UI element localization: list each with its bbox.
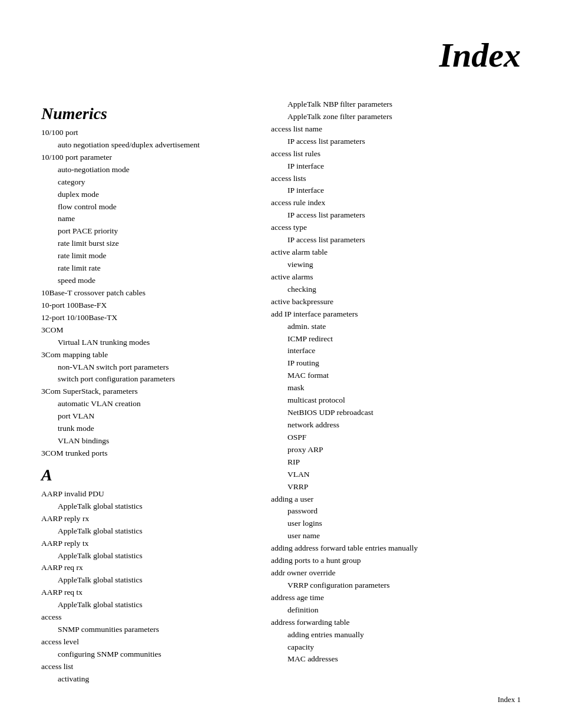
left-column: Numerics10/100 portauto negotiation spee…	[41, 98, 253, 686]
list-item: AARP req rx	[41, 562, 253, 574]
list-item: active alarm table	[271, 246, 521, 259]
list-item: automatic VLAN creation	[41, 398, 253, 410]
section-heading: A	[41, 466, 253, 485]
list-item: flow control mode	[41, 201, 253, 213]
list-item: auto-negotiation mode	[41, 164, 253, 176]
list-item: password	[271, 505, 521, 518]
list-item: non-VLAN switch port parameters	[41, 361, 253, 374]
list-item: capacity	[271, 641, 521, 654]
list-item: Virtual LAN trunking modes	[41, 337, 253, 349]
list-item: port PACE priority	[41, 225, 253, 238]
list-item: AppleTalk global statistics	[41, 525, 253, 538]
right-index-entries: AppleTalk NBP filter parametersAppleTalk…	[271, 98, 521, 666]
list-item: 10/100 port parameter	[41, 151, 253, 164]
list-item: speed mode	[41, 275, 253, 287]
list-item: access	[41, 611, 253, 624]
list-item: activating	[41, 673, 253, 686]
list-item: 10Base-T crossover patch cables	[41, 287, 253, 299]
list-item: 3COM	[41, 324, 253, 337]
list-item: VRRP configuration parameters	[271, 579, 521, 592]
list-item: user logins	[271, 518, 521, 530]
list-item: configuring SNMP communities	[41, 648, 253, 661]
list-item: AppleTalk zone filter parameters	[271, 111, 521, 123]
right-column: AppleTalk NBP filter parametersAppleTalk…	[271, 98, 521, 666]
list-item: AppleTalk global statistics	[41, 599, 253, 611]
section-heading: Numerics	[41, 104, 253, 123]
list-item: AppleTalk global statistics	[41, 574, 253, 587]
list-item: IP routing	[271, 357, 521, 370]
list-item: SNMP communities parameters	[41, 624, 253, 636]
page: Index Numerics10/100 portauto negotiatio…	[0, 0, 562, 728]
list-item: 3COM trunked ports	[41, 447, 253, 460]
list-item: interface	[271, 345, 521, 357]
list-item: rate limit burst size	[41, 238, 253, 250]
list-item: AARP reply tx	[41, 538, 253, 550]
list-item: VLAN	[271, 469, 521, 481]
list-item: checking	[271, 284, 521, 296]
list-item: access list name	[271, 123, 521, 136]
list-item: adding entries manually	[271, 629, 521, 641]
list-item: duplex mode	[41, 189, 253, 201]
list-item: AARP invalid PDU	[41, 488, 253, 500]
list-item: category	[41, 176, 253, 189]
index-entries: AARP invalid PDUAppleTalk global statist…	[41, 488, 253, 686]
list-item: adding ports to a hunt group	[271, 555, 521, 567]
list-item: proxy ARP	[271, 444, 521, 456]
list-item: AppleTalk NBP filter parameters	[271, 98, 521, 111]
list-item: NetBIOS UDP rebroadcast	[271, 407, 521, 419]
list-item: addr owner override	[271, 567, 521, 579]
list-item: address forwarding table	[271, 617, 521, 629]
list-item: AARP reply rx	[41, 513, 253, 525]
list-item: access lists	[271, 173, 521, 185]
list-item: IP interface	[271, 185, 521, 197]
page-title: Index	[41, 35, 521, 75]
list-item: AppleTalk global statistics	[41, 550, 253, 562]
list-item: admin. state	[271, 321, 521, 333]
list-item: network address	[271, 419, 521, 431]
list-item: rate limit rate	[41, 262, 253, 275]
list-item: access level	[41, 636, 253, 648]
list-item: name	[41, 213, 253, 225]
list-item: adding address forward table entries man…	[271, 542, 521, 555]
list-item: viewing	[271, 259, 521, 271]
list-item: rate limit mode	[41, 250, 253, 262]
list-item: access list rules	[271, 148, 521, 160]
list-item: 10/100 port	[41, 127, 253, 139]
list-item: active alarms	[271, 271, 521, 284]
list-item: trunk mode	[41, 423, 253, 435]
list-item: AppleTalk global statistics	[41, 500, 253, 513]
index-entries: 10/100 portauto negotiation speed/duplex…	[41, 127, 253, 460]
list-item: adding a user	[271, 493, 521, 506]
list-item: 3Com SuperStack, parameters	[41, 386, 253, 398]
footer: Index 1	[498, 695, 521, 704]
list-item: 3Com mapping table	[41, 349, 253, 361]
list-item: MAC addresses	[271, 653, 521, 666]
list-item: IP interface	[271, 160, 521, 173]
list-item: ICMP redirect	[271, 333, 521, 345]
list-item: 10-port 100Base-FX	[41, 299, 253, 312]
list-item: access type	[271, 222, 521, 234]
list-item: multicast protocol	[271, 394, 521, 407]
list-item: OSPF	[271, 431, 521, 444]
list-item: MAC format	[271, 370, 521, 382]
content-columns: Numerics10/100 portauto negotiation spee…	[41, 98, 521, 686]
list-item: access list	[41, 661, 253, 673]
list-item: active backpressure	[271, 296, 521, 308]
list-item: switch port configuration parameters	[41, 373, 253, 386]
list-item: VLAN bindings	[41, 435, 253, 447]
list-item: IP access list parameters	[271, 234, 521, 246]
list-item: IP access list parameters	[271, 209, 521, 222]
list-item: definition	[271, 604, 521, 617]
list-item: user name	[271, 530, 521, 542]
list-item: add IP interface parameters	[271, 308, 521, 321]
list-item: IP access list parameters	[271, 136, 521, 148]
list-item: RIP	[271, 456, 521, 469]
list-item: AARP req tx	[41, 587, 253, 599]
list-item: port VLAN	[41, 410, 253, 423]
list-item: auto negotiation speed/duplex advertisem…	[41, 139, 253, 151]
list-item: address age time	[271, 592, 521, 604]
list-item: VRRP	[271, 481, 521, 493]
list-item: access rule index	[271, 197, 521, 209]
list-item: 12-port 10/100Base-TX	[41, 312, 253, 324]
list-item: mask	[271, 382, 521, 394]
